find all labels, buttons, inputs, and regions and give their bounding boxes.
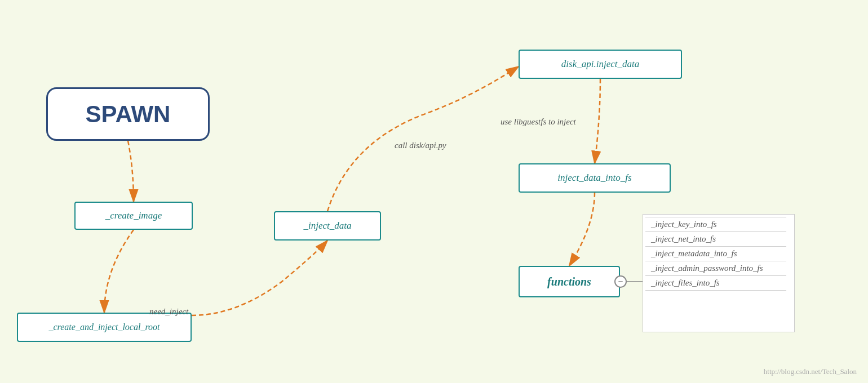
inject-data-into-fs-node: inject_data_into_fs	[519, 163, 671, 193]
need-inject-label: need_inject	[149, 307, 188, 317]
create-image-node: _create_image	[74, 202, 193, 230]
list-item: _inject_metadata_into_fs	[645, 247, 786, 261]
list-item: _inject_key_into_fs	[645, 217, 786, 232]
inject-data-node: _inject_data	[274, 211, 381, 241]
inject-data-label: _inject_data	[304, 220, 352, 231]
watermark: http://blog.csdn.net/Tech_Salon	[764, 367, 857, 376]
create-image-label: _create_image	[105, 210, 162, 221]
call-disk-label: call disk/api.py	[395, 141, 446, 150]
spawn-label: SPAWN	[86, 101, 171, 128]
inject-data-into-fs-label: inject_data_into_fs	[557, 172, 631, 184]
collapse-icon[interactable]: −	[614, 275, 627, 288]
create-and-inject-node: _create_and_inject_local_root	[17, 313, 192, 342]
diagram-container: SPAWN _create_image _create_and_inject_l…	[0, 0, 868, 383]
disk-api-node: disk_api.inject_data	[519, 50, 682, 79]
functions-label: functions	[547, 275, 591, 288]
list-item: _inject_net_into_fs	[645, 232, 786, 247]
disk-api-label: disk_api.inject_data	[561, 59, 639, 70]
use-libguestfs-label: use libguestfs to inject	[501, 117, 576, 127]
create-and-inject-label: _create_and_inject_local_root	[49, 322, 160, 332]
spawn-node: SPAWN	[46, 87, 210, 141]
func-list: _inject_key_into_fs _inject_net_into_fs …	[645, 217, 786, 291]
functions-node: functions −	[519, 266, 620, 297]
list-item: _inject_files_into_fs	[645, 276, 786, 291]
list-item: _inject_admin_password_into_fs	[645, 261, 786, 276]
